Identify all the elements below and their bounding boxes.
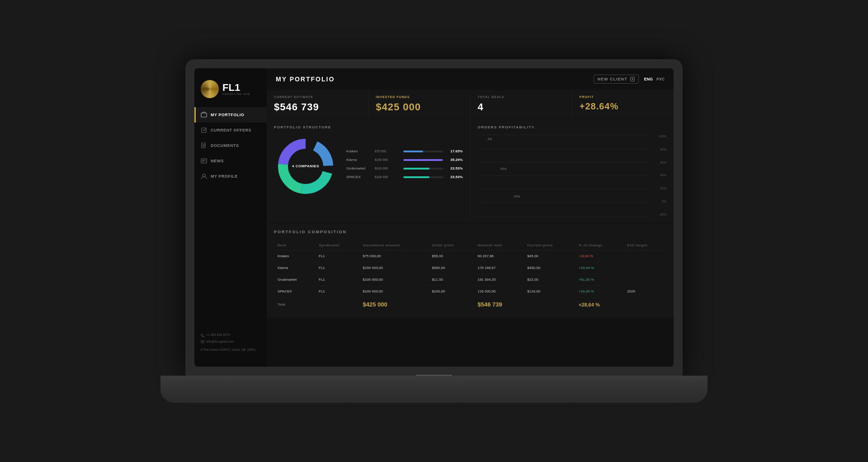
col-pct-change: % of change	[575, 240, 623, 250]
top-bar: MY PORTFOLIO NEW CLIENT ENG РУС	[267, 68, 674, 90]
documents-icon	[201, 142, 207, 149]
current-estimate-label: CURRENT ESTIMATE	[274, 95, 361, 99]
sidebar-item-my-profile[interactable]: MY PROFILE	[194, 169, 267, 184]
portfolio-icon	[201, 112, 207, 118]
new-client-icon	[630, 77, 635, 81]
lang-rus[interactable]: РУС	[656, 77, 665, 81]
table-row: Klarna FL1 $150 000,00 $360,00 179 166,6…	[274, 262, 666, 274]
portfolio-composition-panel: PORTFOLIO COMPOSITION Deal Syndicator In…	[267, 223, 674, 318]
profitability-chart: 100% 80% 60% 40% 20% 0% -20%	[478, 135, 667, 216]
profit-label: PROFIT	[580, 95, 666, 99]
top-bar-right: NEW CLIENT ENG РУС	[594, 75, 665, 84]
invested-funds-value: $425 000	[376, 101, 462, 113]
stat-current-estimate: CURRENT ESTIMATE $546 739	[267, 90, 368, 118]
nav-portfolio-label: MY PORTFOLIO	[211, 113, 244, 117]
donut-chart: 4 COMPANIES	[274, 135, 337, 198]
logo-fl1-text: FL1	[222, 83, 250, 93]
donut-center-label: 4 COMPANIES	[292, 164, 319, 169]
sidebar-item-my-portfolio[interactable]: MY PORTFOLIO	[194, 107, 267, 123]
current-estimate-value: $546 739	[274, 101, 361, 113]
stat-total-deals: TOTAL DEALS 4	[471, 90, 572, 118]
chart-area: 4 COMPANIES Kraken $75 000 17.65% Klarna…	[274, 135, 463, 198]
total-deals-value: 4	[478, 101, 565, 113]
legend-item: Kraken $75 000 17.65%	[346, 149, 463, 153]
nav-offers-label: CURRENT OFFERS	[211, 128, 251, 132]
svg-point-3	[203, 174, 205, 177]
bar-label-34: 34%	[514, 195, 520, 198]
sidebar: FL1 FRONTLINE ONE MY PORTFOLIO	[194, 68, 267, 367]
offers-icon	[201, 127, 207, 133]
sidebar-item-news[interactable]: NEWS	[194, 153, 267, 169]
nav-documents-label: DOCUMENTS	[211, 143, 239, 148]
portfolio-structure-title: PORTFOLIO STRUCTURE	[274, 125, 463, 129]
logo-icon	[201, 80, 219, 98]
chart-legend: Kraken $75 000 17.65% Klarna $150 000 35…	[346, 149, 463, 184]
col-deal: Deal	[274, 240, 315, 250]
col-order-price: Order price	[428, 240, 474, 250]
profit-y-axis: 100% 80% 60% 40% 20% 0% -20%	[651, 135, 666, 216]
phone-icon	[201, 334, 204, 337]
email-icon	[201, 340, 204, 344]
nav-news-label: NEWS	[211, 159, 224, 163]
stat-profit: PROFIT +28.64%	[572, 90, 674, 118]
stats-row: CURRENT ESTIMATE $546 739 INVESTED FUNDS…	[267, 90, 674, 118]
stat-invested-funds: INVESTED FUNDS $425 000	[368, 90, 470, 118]
table-total-row: Total $425 000 $546 739 +28,64 %	[274, 297, 666, 312]
bar-label-54: 54%	[500, 167, 507, 170]
orders-profitability-title: ORDERS PROFITABILITY	[478, 125, 667, 129]
news-icon	[201, 158, 207, 164]
laptop-base	[160, 376, 708, 403]
logo-area: FL1 FRONTLINE ONE	[194, 75, 267, 107]
legend-item: SPACEX $100 000 23.53%	[346, 175, 463, 179]
composition-title: PORTFOLIO COMPOSITION	[274, 230, 666, 234]
col-amount-now: Amount now	[474, 240, 524, 250]
table-row: Kraken FL1 $75 000,00 $56,00 60 267,86 $…	[274, 250, 666, 262]
middle-section: PORTFOLIO STRUCTURE	[267, 119, 674, 222]
main-content: MY PORTFOLIO NEW CLIENT ENG РУС	[267, 68, 674, 367]
col-syndicator: Syndicator	[315, 240, 359, 250]
legend-item: Grubmarket $100 000 23.53%	[346, 166, 463, 170]
orders-profitability-panel: ORDERS PROFITABILITY	[471, 119, 674, 222]
nav-profile-label: MY PROFILE	[211, 174, 238, 179]
page-title: MY PORTFOLIO	[276, 75, 335, 83]
logo-text: FL1 FRONTLINE ONE	[222, 83, 250, 95]
sidebar-footer: +1 469 833 8375 info@fl1capital.com 8 Th…	[194, 326, 267, 359]
invested-funds-label: INVESTED FUNDS	[376, 95, 462, 99]
svg-rect-0	[201, 113, 207, 117]
new-client-button[interactable]: NEW CLIENT	[594, 75, 639, 84]
legend-item: Klarna $150 000 35.29%	[346, 158, 463, 162]
sidebar-item-current-offers[interactable]: CURRENT OFFERS	[194, 123, 267, 138]
lang-eng[interactable]: ENG	[644, 77, 653, 81]
total-deals-label: TOTAL DEALS	[478, 95, 565, 99]
table-row: SPACEX FL1 $100 000,00 $100,00 116 000,0…	[274, 286, 666, 297]
bar-label-03: .3%	[487, 137, 492, 141]
language-selector: ENG РУС	[644, 77, 665, 81]
sidebar-item-documents[interactable]: DOCUMENTS	[194, 138, 267, 153]
table-row: Grubmarket FL1 $100 000,00 $11,50 191 30…	[274, 274, 666, 286]
composition-table: Deal Syndicator Investment amount Order …	[274, 240, 666, 311]
profile-icon	[201, 173, 207, 179]
col-current-price: Current price	[524, 240, 575, 250]
composition-table-wrapper: Deal Syndicator Investment amount Order …	[274, 240, 666, 311]
portfolio-structure-panel: PORTFOLIO STRUCTURE	[267, 119, 470, 222]
profit-value: +28.64%	[580, 101, 666, 112]
logo-subtitle-text: FRONTLINE ONE	[222, 93, 250, 95]
col-exit-target: Exit target	[623, 240, 666, 250]
table-header: Deal Syndicator Investment amount Order …	[274, 240, 666, 250]
table-body: Kraken FL1 $75 000,00 $56,00 60 267,86 $…	[274, 250, 666, 312]
col-investment: Investment amount	[359, 240, 428, 250]
svg-rect-4	[201, 341, 204, 343]
